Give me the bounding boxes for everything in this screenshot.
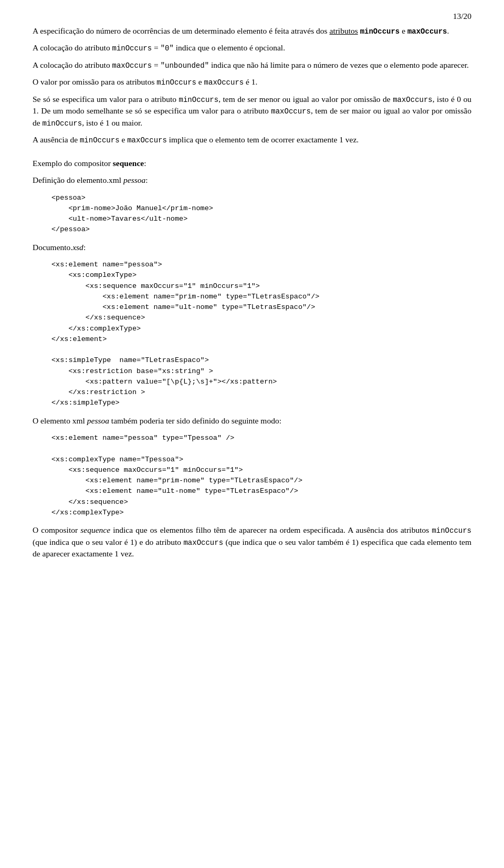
paragraph-6: A ausência de minOccurs e maxOccurs impl… [33, 134, 471, 146]
maxoccurs-code6: maxOccurs [183, 539, 223, 547]
max-occurs-bold: maxOccurs [407, 27, 447, 36]
page: 13/20 A especificação do número de ocorr… [0, 0, 504, 868]
attr-underline: atributos [330, 26, 358, 35]
minoccurs-code3: minOccurs [179, 96, 219, 104]
xml-code-block: <pessoa> <prim-nome>João Manuel</prim-no… [51, 193, 471, 235]
maxoccurs-code3: maxOccurs [393, 96, 433, 104]
minoccurs-code: minOccurs [112, 44, 152, 53]
pessoa-italic: pessoa [123, 175, 145, 184]
unbounded-code: "unbounded" [161, 61, 209, 70]
min-occurs-bold: minOccurs [360, 27, 400, 36]
minoccurs-code5: minOccurs [80, 136, 120, 144]
page-number: 13/20 [453, 11, 471, 22]
zero-code: "0" [161, 44, 174, 53]
xsd-code-block-1: <xs:element name="pessoa"> <xs:complexTy… [51, 260, 471, 409]
minoccurs-code4: minOccurs [43, 119, 82, 128]
paragraph-4: O valor por omissão para os atributos mi… [33, 76, 471, 88]
documento-heading: Documento.xsd: [33, 242, 471, 253]
example-heading: Exemplo do compositor sequence: [33, 158, 471, 169]
paragraph-3: A colocação do atributo maxOccurs = "unb… [33, 59, 471, 71]
maxoccurs-code: maxOccurs [112, 61, 152, 70]
xsd-code-block-2: <xs:element name="pessoa" type="Tpessoa"… [51, 433, 471, 518]
also-paragraph: O elemento xml pessoa também poderia ter… [33, 415, 471, 427]
maxoccurs-code2: maxOccurs [204, 78, 244, 87]
sequence-italic: sequence [80, 525, 110, 534]
maxoccurs-code4: maxOccurs [271, 107, 311, 116]
paragraph-2: A colocação do atributo minOccurs = "0" … [33, 42, 471, 54]
sequence-bold: sequence [113, 159, 144, 168]
final-paragraph: O compositor sequence indica que os elem… [33, 524, 471, 560]
maxoccurs-code5: maxOccurs [127, 136, 167, 144]
minoccurs-code2: minOccurs [156, 78, 196, 87]
minoccurs-code6: minOccurs [432, 526, 471, 535]
definition-heading: Definição do elemento.xml pessoa: [33, 174, 471, 186]
pessoa-italic-2: pessoa [87, 416, 109, 425]
paragraph-1: A especificação do número de ocorrências… [33, 25, 471, 37]
paragraph-5: Se só se especifica um valor para o atri… [33, 94, 471, 129]
xsd-italic: xsd [72, 243, 83, 252]
